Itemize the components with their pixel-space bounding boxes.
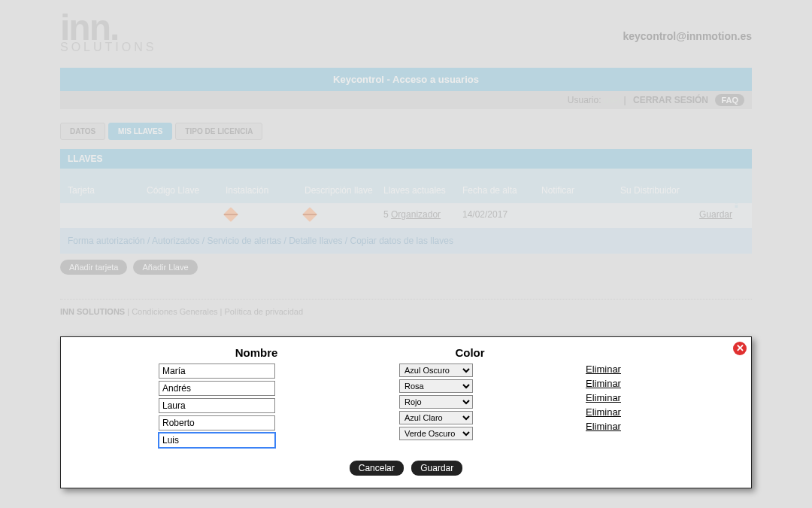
nombre-input-4[interactable]	[159, 433, 275, 448]
pencil-icon	[302, 207, 317, 222]
footer-cond[interactable]: Condiciones Generales	[132, 307, 217, 316]
table-header: Tarjeta Código Llave Instalación Descrip…	[60, 169, 752, 203]
col-eliminar: Eliminar Eliminar Eliminar Eliminar Elim…	[586, 346, 736, 450]
header: inn. SOLUTIONS keycontrol@innmotion.es	[60, 11, 752, 54]
nombre-input-2[interactable]	[159, 398, 275, 413]
eliminar-link-1[interactable]: Eliminar	[586, 378, 736, 389]
th-codigo: Código Llave	[147, 185, 226, 196]
keys-table: ? Tarjeta Código Llave Instalación Descr…	[60, 169, 752, 254]
th-instalacion: Instalación	[226, 185, 304, 196]
cancel-button[interactable]: Cancelar	[350, 461, 404, 476]
head-blank	[586, 346, 736, 359]
head-color: Color	[399, 346, 541, 359]
color-select-3[interactable]: Azul Claro	[399, 411, 473, 424]
action-buttons: Añadir tarjeta Añadir Llave	[60, 254, 752, 288]
footer-brand: INN SOLUTIONS	[60, 307, 125, 316]
contact-email: keycontrol@innmotion.es	[623, 30, 752, 42]
add-key-button[interactable]: Añadir Llave	[133, 260, 197, 275]
user-name: user	[604, 95, 621, 105]
td-descripcion[interactable]	[304, 209, 383, 222]
nombre-input-0[interactable]	[159, 364, 275, 379]
color-select-2[interactable]: Rojo	[399, 395, 473, 409]
td-tarjeta	[68, 209, 147, 222]
eliminar-link-0[interactable]: Eliminar	[586, 364, 736, 375]
td-actuales: 5 Organizador	[383, 209, 462, 222]
col-nombre: Nombre	[159, 346, 354, 450]
color-select-4[interactable]: Verde Oscuro	[399, 427, 473, 440]
td-distribuidor	[620, 209, 699, 222]
table-row: 5 Organizador 14/02/2017 Guardar	[60, 203, 752, 228]
help-icon[interactable]: ?	[731, 190, 743, 213]
link-row[interactable]: Forma autorización / Autorizados / Servi…	[60, 228, 752, 254]
td-fecha: 14/02/2017	[462, 209, 541, 222]
th-notificar: Notificar	[541, 185, 620, 196]
color-select-1[interactable]: Rosa	[399, 379, 473, 393]
logo-main: inn.	[60, 11, 156, 44]
actuales-count: 5	[383, 209, 389, 220]
modal-actions: Cancelar Guardar	[76, 461, 736, 476]
close-icon[interactable]: ✕	[733, 342, 747, 355]
eliminar-link-4[interactable]: Eliminar	[586, 421, 736, 432]
td-instalacion[interactable]	[226, 209, 304, 222]
footer: INN SOLUTIONS | Condiciones Generales | …	[60, 299, 752, 316]
th-descripcion: Descripción llave	[304, 185, 383, 196]
organizador-link[interactable]: Organizador	[391, 209, 441, 220]
td-codigo	[147, 209, 226, 222]
tab-datos[interactable]: DATOS	[60, 123, 105, 140]
eliminar-link-3[interactable]: Eliminar	[586, 406, 736, 418]
nombre-input-1[interactable]	[159, 381, 275, 396]
th-actuales: Llaves actuales	[383, 185, 462, 196]
section-title: LLAVES	[60, 149, 752, 169]
title-bar: Keycontrol - Acceso a usuarios	[60, 68, 752, 91]
organizer-modal: ✕ Nombre Color Azul Oscuro Rosa Rojo Azu…	[60, 336, 752, 488]
th-fecha: Fecha de alta	[462, 185, 541, 196]
logo-sub: SOLUTIONS	[60, 41, 156, 54]
footer-priv[interactable]: Política de privacidad	[225, 307, 304, 316]
td-notificar	[541, 209, 620, 222]
user-bar: Usuario: user | CERRAR SESIÓN FAQ	[60, 91, 752, 109]
user-prefix: Usuario:	[568, 95, 601, 105]
add-card-button[interactable]: Añadir tarjeta	[60, 260, 127, 275]
logout-link[interactable]: CERRAR SESIÓN	[633, 95, 708, 105]
nombre-input-3[interactable]	[159, 415, 275, 430]
faq-badge[interactable]: FAQ	[715, 94, 744, 106]
tabs: DATOS MIS LLAVES TIPO DE LICENCIA	[60, 123, 752, 140]
th-tarjeta: Tarjeta	[68, 185, 147, 196]
th-distribuidor: Su Distribuidor	[620, 185, 699, 196]
eliminar-link-2[interactable]: Eliminar	[586, 392, 736, 403]
tab-mis-llaves[interactable]: MIS LLAVES	[108, 123, 172, 140]
logo: inn. SOLUTIONS	[60, 11, 156, 54]
head-nombre: Nombre	[159, 346, 354, 359]
sep: |	[624, 95, 629, 105]
save-button[interactable]: Guardar	[411, 461, 462, 476]
color-select-0[interactable]: Azul Oscuro	[399, 364, 473, 377]
pencil-icon	[223, 207, 238, 222]
guardar-link[interactable]: Guardar	[699, 209, 732, 220]
col-color: Color Azul Oscuro Rosa Rojo Azul Claro V…	[399, 346, 541, 450]
tab-tipo-licencia[interactable]: TIPO DE LICENCIA	[175, 123, 262, 140]
